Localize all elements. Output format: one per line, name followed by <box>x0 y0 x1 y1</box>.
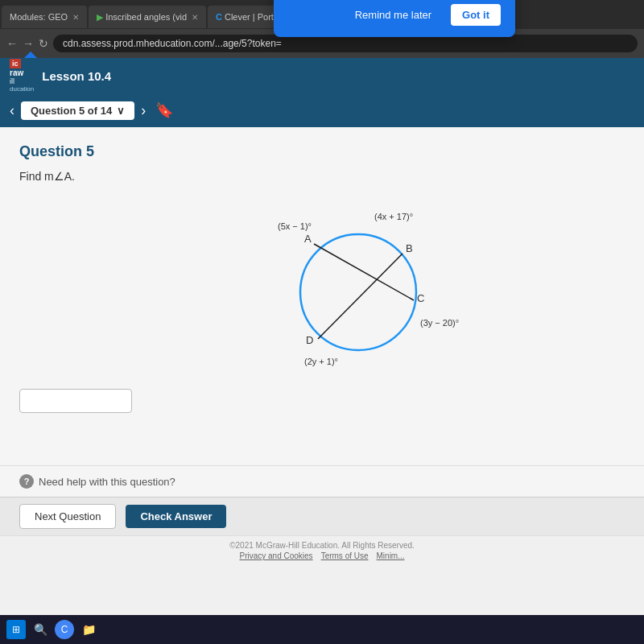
question-title: Question 5 <box>19 143 625 160</box>
taskbar-search[interactable]: 🔍 <box>31 620 50 639</box>
question-counter-label: Question 5 of 14 <box>31 105 112 117</box>
help-section: ? Need help with this question? <box>0 465 644 497</box>
video-icon: ▶ <box>97 12 103 23</box>
prev-question-button[interactable]: ‹ <box>10 102 14 119</box>
arc-cd-label: (3y − 20)° <box>420 318 459 328</box>
tab-modules[interactable]: Modules: GEO ✕ <box>2 6 87 28</box>
question-counter[interactable]: Question 5 of 14 ∨ <box>21 101 134 120</box>
point-d-label: D <box>306 334 313 346</box>
main-content: Question 5 Find m∠A. A B C D (5x − 1)° (… <box>0 127 644 465</box>
tab-inscribed[interactable]: ▶ Inscribed angles (vid ✕ <box>89 6 206 28</box>
answer-input[interactable] <box>19 389 132 413</box>
copyright-text: ©2021 McGraw-Hill Education. All Rights … <box>229 541 415 550</box>
tab-close-icon[interactable]: ✕ <box>192 13 198 22</box>
privacy-link[interactable]: Privacy and Cookies <box>239 551 312 560</box>
action-bar: Next Question Check Answer <box>0 497 644 535</box>
taskbar: ⊞ 🔍 C 📁 <box>0 615 644 644</box>
help-label: Need help with this question? <box>39 476 175 488</box>
terms-link[interactable]: Terms of Use <box>321 551 369 560</box>
point-b-label: B <box>406 242 413 254</box>
lesson-header: ic raw ill ducation Lesson 10.4 <box>0 58 644 93</box>
help-link[interactable]: ? Need help with this question? <box>19 474 625 489</box>
taskbar-icon-2[interactable]: 📁 <box>79 620 98 639</box>
footer: ©2021 McGraw-Hill Education. All Rights … <box>0 535 644 565</box>
tab-label: Clever | Portal <box>225 12 281 22</box>
tooltip-box: To group tabs together, right-click a ta… <box>274 0 515 37</box>
diagram-area: A B C D (5x − 1)° (4x + 17)° (3y − 20)° … <box>68 196 625 373</box>
logo-hill: ill <box>10 77 14 85</box>
question-nav-bar: ‹ Question 5 of 14 ∨ › 🔖 <box>0 93 644 127</box>
tab-label: Inscribed angles (vid <box>105 12 187 22</box>
point-c-label: C <box>417 292 424 304</box>
point-a-label: A <box>304 233 312 245</box>
dropdown-arrow-icon: ∨ <box>117 105 125 117</box>
lesson-title: Lesson 10.4 <box>42 69 111 83</box>
tab-close-icon[interactable]: ✕ <box>72 13 79 22</box>
question-instruction: Find m∠A. <box>19 170 625 183</box>
footer-links: Privacy and Cookies Terms of Use Minim..… <box>5 551 639 560</box>
next-question-button[interactable]: Next Question <box>19 504 116 529</box>
next-question-button[interactable]: › <box>141 102 146 119</box>
logo-mc: ic <box>10 59 21 68</box>
refresh-button[interactable]: ↻ <box>39 37 48 50</box>
taskbar-chrome[interactable]: C <box>55 620 74 639</box>
logo-raw: raw <box>10 68 23 77</box>
clever-icon: C <box>216 12 222 22</box>
got-it-button[interactable]: Got it <box>451 4 501 26</box>
tab-label: Modules: GEO <box>10 12 68 22</box>
remind-later-button[interactable]: Remind me later <box>344 4 443 26</box>
bookmark-icon[interactable]: 🔖 <box>155 101 173 119</box>
chord-bd <box>318 254 402 339</box>
help-icon: ? <box>19 474 34 489</box>
url-input[interactable] <box>53 35 638 52</box>
arc-bc-label: (4x + 17)° <box>374 212 413 221</box>
arc-da-label: (2y + 1)° <box>304 357 338 366</box>
logo: ic raw ill ducation <box>10 59 34 93</box>
forward-button[interactable]: → <box>23 37 34 50</box>
check-answer-button[interactable]: Check Answer <box>126 505 226 528</box>
logo-edu: ducation <box>10 85 34 93</box>
answer-input-area <box>19 389 625 413</box>
back-button[interactable]: ← <box>6 37 18 50</box>
tooltip-buttons: Remind me later Got it <box>288 4 501 26</box>
minimize-link[interactable]: Minim... <box>377 551 405 560</box>
arc-ab-label: (5x − 1)° <box>278 221 312 231</box>
start-button[interactable]: ⊞ <box>6 620 26 639</box>
inscribed-angle-diagram: A B C D (5x − 1)° (4x + 17)° (3y − 20)° … <box>233 196 459 373</box>
